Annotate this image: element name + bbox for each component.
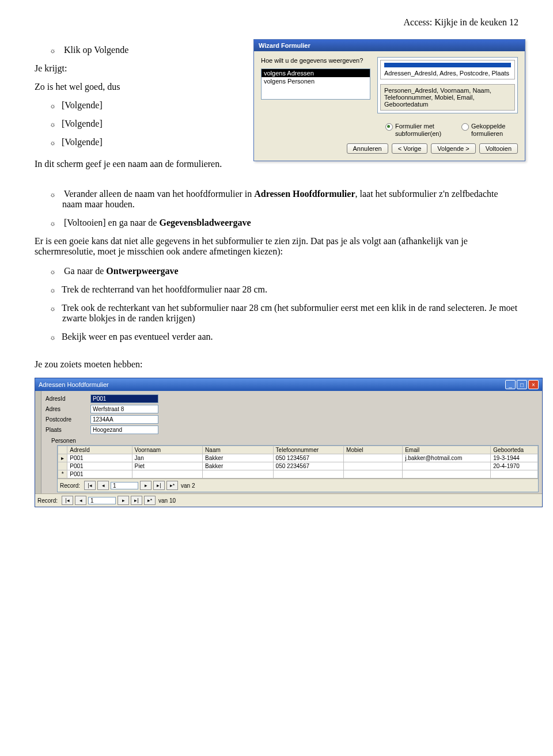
nav-first-icon[interactable]: |◂ [84, 481, 96, 490]
text-zo-goed: Zo is het wel goed, dus [35, 82, 242, 92]
step-ontwerpweergave: Ga naar de Ontwerpweergave [50, 266, 518, 276]
text-je-krijgt: Je krijgt: [35, 63, 242, 74]
table-row[interactable]: P001 Piet Bakker 050 2234567 20-4-1970 [58, 462, 538, 470]
subform-personen[interactable]: AdresId Voornaam Naam Telefoonnummer Mob… [57, 445, 539, 492]
wizard-dialog: Wizard Formulier Hoe wilt u de gegevens … [253, 39, 525, 161]
step-voltooien: [Voltooien] en ga naar de Gegevensbladwe… [50, 218, 518, 228]
record-nav-outer[interactable]: Record: |◂ ◂ ▸ ▸| ▸* van 10 [35, 493, 542, 507]
preview-sub-form: Personen_AdresId, Voornaam, Naam, Telefo… [380, 84, 515, 111]
step-volgende-3: [Volgende] [50, 137, 242, 147]
field-adresid[interactable] [90, 394, 158, 403]
text-naam-formulieren: In dit scherm geef je een naam aan de fo… [35, 159, 242, 169]
nav-last-icon[interactable]: ▸| [131, 496, 142, 505]
nav-current-input[interactable] [88, 497, 116, 504]
text-closing: Je zou zoiets moeten hebben: [35, 359, 518, 370]
nav-new-icon[interactable]: ▸* [166, 481, 178, 490]
preview-main-form: Adressen_AdresId, Adres, Postcodre, Plaa… [380, 60, 515, 79]
cancel-button[interactable]: Annuleren [347, 143, 388, 154]
record-nav-inner[interactable]: Record: |◂ ◂ ▸ ▸| ▸* van 2 [58, 478, 538, 492]
step-bekijk: Bekijk weer en pas eventueel verder aan. [50, 332, 518, 342]
label-plaats: Plaats [46, 427, 90, 433]
text-goeie-kans: Er is een goeie kans dat niet alle gegev… [35, 236, 518, 257]
close-icon[interactable]: × [528, 380, 539, 389]
minimize-icon[interactable]: _ [505, 380, 516, 389]
field-postcode[interactable] [90, 415, 158, 424]
nav-new-icon[interactable]: ▸* [144, 496, 156, 505]
label-adresid: AdresId [46, 396, 90, 402]
page-header: Access: Kijkje in de keuken 12 [35, 17, 518, 28]
wizard-list[interactable]: volgens Adressen volgens Personen [261, 69, 370, 100]
step-verander-naam: Verander alleen de naam van het hoofdfor… [50, 189, 518, 210]
step-volgende-2: [Volgende] [50, 119, 242, 129]
wizard-title: Wizard Formulier [254, 40, 525, 51]
label-personen: Personen [51, 438, 539, 444]
step-klik-volgende: Klik op Volgende [50, 45, 242, 55]
nav-current-input[interactable] [111, 482, 138, 489]
nav-prev-icon[interactable]: ◂ [97, 481, 109, 490]
radio-subform[interactable]: Formulier met subformulier(en) [385, 123, 438, 138]
record-selector[interactable] [35, 391, 41, 493]
radio-linked[interactable]: Gekoppelde formulieren [461, 123, 514, 138]
nav-prev-icon[interactable]: ◂ [75, 496, 86, 505]
nav-last-icon[interactable]: ▸| [153, 481, 165, 490]
table-row[interactable]: ▸ P001 Jan Bakker 050 1234567 j.bakker@h… [58, 454, 538, 462]
form-screenshot: Adressen Hoofdformulier _ □ × AdresId Ad… [35, 378, 543, 507]
step-rechterrand: Trek de rechterrand van het hoofdformuli… [50, 284, 518, 295]
back-button[interactable]: < Vorige [392, 143, 428, 154]
step-subform-rand: Trek ook de rechterkant van het subformu… [50, 303, 518, 324]
form-window-title: Adressen Hoofdformulier [39, 381, 109, 388]
radio-dot-icon [461, 123, 469, 131]
label-adres: Adres [46, 406, 90, 412]
nav-first-icon[interactable]: |◂ [62, 496, 73, 505]
wizard-list-item[interactable]: volgens Personen [262, 77, 370, 85]
nav-next-icon[interactable]: ▸ [140, 481, 151, 490]
step-volgende-1: [Volgende] [50, 100, 242, 111]
field-plaats[interactable] [90, 426, 158, 434]
radio-dot-icon [385, 123, 393, 131]
next-button[interactable]: Volgende > [431, 143, 475, 154]
finish-button[interactable]: Voltooien [479, 143, 518, 154]
table-header-row: AdresId Voornaam Naam Telefoonnummer Mob… [58, 446, 538, 454]
field-adres[interactable] [90, 405, 158, 413]
maximize-icon[interactable]: □ [517, 380, 527, 389]
wizard-list-item-selected[interactable]: volgens Adressen [262, 69, 370, 77]
nav-next-icon[interactable]: ▸ [118, 496, 129, 505]
wizard-question: Hoe wilt u de gegevens weergeven? [261, 57, 370, 64]
table-row-new[interactable]: * P001 [58, 470, 538, 478]
label-postcode: Postcodre [46, 416, 90, 423]
